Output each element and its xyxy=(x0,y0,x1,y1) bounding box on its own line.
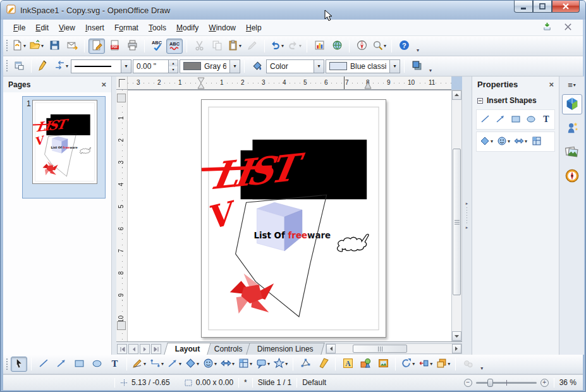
insert-ellipse-button[interactable] xyxy=(524,113,538,126)
new-button[interactable]: ▾ xyxy=(11,39,27,54)
vscroll-thumb[interactable] xyxy=(453,149,461,295)
menu-window[interactable]: Window xyxy=(204,21,241,35)
symbol-shapes-button[interactable]: ▾ xyxy=(202,357,218,372)
margin-marker-icon[interactable] xyxy=(117,321,126,330)
paste-button[interactable]: ▾ xyxy=(226,39,243,54)
scroll-right-icon[interactable] xyxy=(452,344,461,353)
block-arrows-button[interactable]: ▾ xyxy=(513,135,528,149)
spellcheck-button[interactable]: ABC xyxy=(149,39,165,54)
shadow-toggle-button[interactable] xyxy=(408,59,425,74)
fontwork-button[interactable]: A xyxy=(339,357,356,372)
insert-line-button[interactable] xyxy=(479,113,492,126)
sidebar-menu-button[interactable]: ≡▾ xyxy=(568,80,576,90)
zoom-button[interactable]: ▾ xyxy=(371,39,388,54)
zoom-slider-track[interactable] xyxy=(476,382,537,384)
sidebar-tab-navigator[interactable] xyxy=(562,166,582,187)
dropdown-arrow-icon[interactable]: ▾ xyxy=(239,44,241,49)
list-of-freeware-text[interactable]: List Of freeware xyxy=(253,231,331,240)
symbol-shapes-button[interactable]: ▾ xyxy=(496,135,511,149)
undo-button[interactable]: ▾ xyxy=(269,39,285,54)
arrange-button[interactable]: ▾ xyxy=(435,357,451,372)
menu-help[interactable]: Help xyxy=(241,21,267,35)
minimize-button[interactable] xyxy=(514,1,533,13)
rotate-button[interactable]: ▾ xyxy=(400,357,416,372)
line-ends-arrow-button[interactable] xyxy=(53,357,70,372)
spin-down-icon[interactable]: ▾ xyxy=(169,66,178,73)
line-button[interactable] xyxy=(35,357,52,372)
toolbar-overflow-icon[interactable]: ▾ xyxy=(477,356,486,372)
save-button[interactable] xyxy=(46,39,63,54)
close-pages-panel-icon[interactable]: × xyxy=(101,80,106,89)
hyperlink-button[interactable] xyxy=(329,39,345,54)
indent-marker-icon[interactable] xyxy=(117,94,126,102)
dropdown-arrow-icon[interactable]: ▾ xyxy=(285,362,288,367)
line-width-spinner[interactable]: 0.00 "▴▾ xyxy=(133,59,178,73)
close-document-icon[interactable] xyxy=(563,22,573,34)
dropdown-arrow-icon[interactable]: ▾ xyxy=(448,362,450,367)
dropdown-arrow-icon[interactable]: ▾ xyxy=(412,362,415,367)
zoom-out-icon[interactable]: − xyxy=(464,379,472,387)
scroll-left-icon[interactable] xyxy=(326,344,336,353)
toolbar-grip[interactable] xyxy=(6,59,8,73)
dropdown-arrow-icon[interactable]: ▾ xyxy=(214,362,217,367)
zoom-percent[interactable]: 36 % xyxy=(559,378,577,387)
toolbar-overflow-icon[interactable]: ▾ xyxy=(426,58,435,75)
navigator-button[interactable] xyxy=(353,39,370,54)
basic-shapes-button[interactable]: ▾ xyxy=(479,135,494,149)
email-button[interactable] xyxy=(64,39,80,54)
hscroll-thumb[interactable] xyxy=(353,345,407,353)
menu-tools[interactable]: Tools xyxy=(143,21,171,35)
drawing-canvas[interactable]: LIST V List Of freeware xyxy=(128,90,451,341)
insert-arrow-button[interactable] xyxy=(494,113,508,126)
basic-shapes-button[interactable]: ▾ xyxy=(184,357,200,372)
scroll-down-icon[interactable] xyxy=(452,331,461,341)
styles-window-button[interactable] xyxy=(11,59,27,74)
help-button[interactable]: ? xyxy=(396,39,412,54)
dropdown-arrow-icon[interactable]: ▾ xyxy=(267,362,270,367)
page-style-field[interactable]: Default xyxy=(302,378,326,387)
dropdown-arrow-icon[interactable]: ▾ xyxy=(525,139,527,144)
next-page-icon[interactable] xyxy=(140,344,150,354)
flowchart-button[interactable]: ▾ xyxy=(237,357,253,372)
indent-marker-icon[interactable] xyxy=(197,77,205,89)
callouts-button[interactable]: ▾ xyxy=(255,357,271,372)
dropdown-arrow-icon[interactable]: ▾ xyxy=(491,139,493,144)
sidebar-splitter[interactable]: ▸ ▸ xyxy=(462,77,472,355)
dropdown-arrow-icon[interactable]: ▾ xyxy=(143,362,146,367)
rectangle-button[interactable] xyxy=(71,357,87,372)
drawing-page[interactable]: LIST V List Of freeware xyxy=(201,99,386,338)
last-page-icon[interactable] xyxy=(151,344,161,354)
toolbar-grip[interactable] xyxy=(6,358,8,371)
toolbar-overflow-icon[interactable]: ▾ xyxy=(413,38,422,54)
dropdown-arrow-icon[interactable]: ▾ xyxy=(41,44,44,49)
close-button[interactable] xyxy=(552,1,580,13)
tab-layout[interactable]: Layout xyxy=(164,343,211,355)
dropdown-arrow-icon[interactable]: ▾ xyxy=(121,60,131,73)
dropdown-arrow-icon[interactable]: ▾ xyxy=(232,362,235,367)
insert-picture-button[interactable] xyxy=(375,357,391,372)
export-pdf-button[interactable]: PDF xyxy=(106,39,123,54)
dropdown-arrow-icon[interactable]: ▾ xyxy=(430,362,432,367)
menu-view[interactable]: View xyxy=(54,21,80,35)
glue-points-button[interactable] xyxy=(315,357,331,372)
edit-file-button[interactable] xyxy=(89,39,105,54)
menu-file[interactable]: File xyxy=(8,21,30,35)
ellipse-button[interactable] xyxy=(89,357,105,372)
tab-dimension-lines[interactable]: Dimension Lines xyxy=(246,343,324,355)
sidebar-tab-properties[interactable] xyxy=(562,94,582,114)
spin-up-icon[interactable]: ▴ xyxy=(169,60,178,66)
sidebar-tab-gallery[interactable] xyxy=(562,142,582,162)
select-button[interactable] xyxy=(11,357,27,372)
panel-splitter[interactable] xyxy=(112,77,116,355)
line-dialog-button[interactable] xyxy=(35,59,52,74)
alignment-button[interactable]: ▾ xyxy=(417,357,434,372)
collapse-section-icon[interactable] xyxy=(477,98,483,104)
margin-marker-icon[interactable] xyxy=(364,79,372,90)
horizontal-scrollbar[interactable] xyxy=(326,343,462,354)
dropdown-arrow-icon[interactable]: ▾ xyxy=(179,362,181,367)
dropdown-arrow-icon[interactable]: ▾ xyxy=(66,64,68,69)
lines-and-arrows-button[interactable]: ▾ xyxy=(166,357,183,372)
3d-objects-button[interactable] xyxy=(357,357,374,372)
close-properties-panel-icon[interactable]: × xyxy=(549,80,554,89)
page-thumbnail-selection[interactable]: 1 xyxy=(22,96,106,199)
